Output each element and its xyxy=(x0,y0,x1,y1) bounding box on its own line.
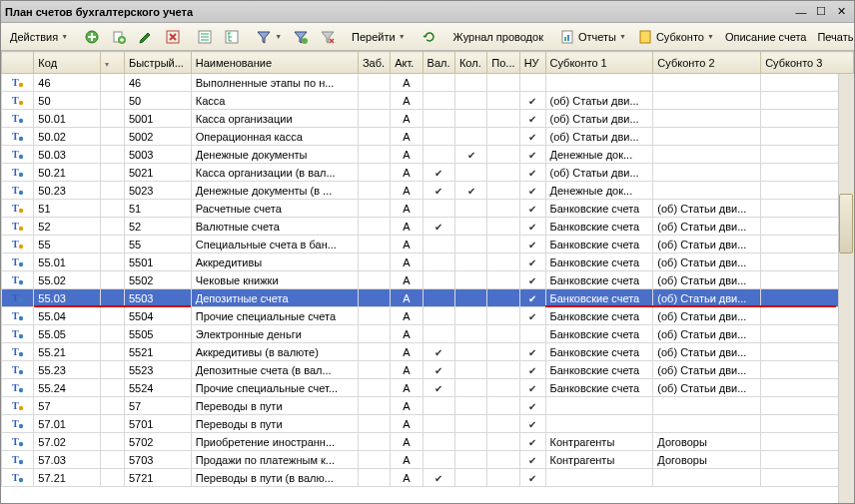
name-cell: Аккредитивы (в валюте) xyxy=(191,343,358,361)
col-code-header[interactable]: Код xyxy=(34,52,101,74)
maximize-button[interactable]: ☐ xyxy=(812,4,830,20)
table-row[interactable]: T57.215721Переводы в пути (в валю...А xyxy=(2,469,854,487)
goto-menu[interactable]: Перейти▼ xyxy=(347,26,411,48)
code-cell: 55.02 xyxy=(34,271,101,289)
edit-button[interactable] xyxy=(133,26,159,48)
filter-button[interactable]: ▼ xyxy=(251,26,287,48)
table-row[interactable]: T50.035003Денежные документыАДенежные до… xyxy=(2,146,854,164)
col-s1-header[interactable]: Субконто 1 xyxy=(545,52,653,74)
name-cell: Прочие специальные счет... xyxy=(191,379,358,397)
table-row[interactable]: T50.215021Касса организации (в вал...А(о… xyxy=(2,164,854,182)
table-row[interactable]: T57.025702Приобретение иностранн...АКонт… xyxy=(2,433,854,451)
zab-cell xyxy=(358,289,390,307)
table-row[interactable]: T55.215521Аккредитивы (в валюте)АБанковс… xyxy=(2,343,854,361)
svg-point-58 xyxy=(18,477,22,481)
table-row[interactable]: T55.045504Прочие специальные счетаАБанко… xyxy=(2,307,854,325)
svg-point-18 xyxy=(18,118,22,122)
table-row[interactable]: T55.235523Депозитные счета (в вал...АБан… xyxy=(2,361,854,379)
svg-point-20 xyxy=(18,136,22,140)
quick-cell: 5003 xyxy=(124,146,191,164)
quick-cell: 5504 xyxy=(124,307,191,325)
name-cell: Переводы в пути xyxy=(191,415,358,433)
col-kol-header[interactable]: Кол. xyxy=(454,52,486,74)
row-icon-cell: T xyxy=(2,110,34,128)
akt-cell: А xyxy=(391,200,423,218)
reports-dropdown[interactable]: Отчеты▼ xyxy=(554,26,631,48)
s2-cell: (об) Статьи дви... xyxy=(653,379,761,397)
table-row[interactable]: T55.035503Депозитные счетаАБанковские сч… xyxy=(2,289,854,307)
code-cell: 57.21 xyxy=(34,469,101,487)
nu-cell xyxy=(519,74,545,92)
list-button[interactable] xyxy=(192,26,218,48)
journal-button[interactable]: Журнал проводок xyxy=(448,26,548,48)
close-button[interactable]: ✕ xyxy=(832,4,850,20)
table-row[interactable]: T50.025002Операционная кассаА(об) Статьи… xyxy=(2,128,854,146)
kol-cell xyxy=(454,253,486,271)
table-row[interactable]: T55.015501АккредитивыАБанковские счета(о… xyxy=(2,253,854,271)
table-row[interactable]: T55.245524Прочие специальные счет...АБан… xyxy=(2,379,854,397)
tree-button[interactable] xyxy=(219,26,245,48)
zab-cell xyxy=(358,415,390,433)
table-row[interactable]: T5151Расчетные счетаАБанковские счета(об… xyxy=(2,200,854,218)
col-nu-header[interactable]: НУ xyxy=(519,52,545,74)
table-row[interactable]: T5555Специальные счета в бан...АБанковск… xyxy=(2,236,854,253)
table-row[interactable]: T50.235023Денежные документы (в ...АДене… xyxy=(2,182,854,200)
po-cell xyxy=(487,253,519,271)
filter-by-button[interactable] xyxy=(288,26,314,48)
sort-cell xyxy=(101,415,125,433)
val-cell xyxy=(423,397,454,415)
s2-cell: (об) Статьи дви... xyxy=(653,289,761,307)
actions-menu[interactable]: Действия▼ xyxy=(5,26,73,48)
filter-clear-button[interactable] xyxy=(315,26,341,48)
scrollbar-thumb[interactable] xyxy=(839,194,853,253)
col-s3-header[interactable]: Субконто 3 xyxy=(761,52,854,74)
table-row[interactable]: T5050КассаА(об) Статьи дви... xyxy=(2,92,854,110)
table-row[interactable]: T57.015701Переводы в путиА xyxy=(2,415,854,433)
print-dropdown[interactable]: Печать▼ xyxy=(812,26,855,48)
vertical-scrollbar[interactable] xyxy=(838,74,854,503)
add-button[interactable] xyxy=(79,26,105,48)
col-icon-header[interactable] xyxy=(2,52,34,74)
table-row[interactable]: T5252Валютные счетаАБанковские счета(об)… xyxy=(2,218,854,236)
po-cell xyxy=(487,164,519,182)
po-cell xyxy=(487,271,519,289)
minimize-button[interactable]: — xyxy=(792,4,810,20)
delete-button[interactable] xyxy=(160,26,186,48)
col-val-header[interactable]: Вал. xyxy=(423,52,454,74)
col-sort-header[interactable] xyxy=(101,52,125,74)
akt-cell: А xyxy=(391,253,423,271)
nu-cell xyxy=(519,200,545,218)
zab-cell xyxy=(358,146,390,164)
code-cell: 50.03 xyxy=(34,146,101,164)
code-cell: 50.01 xyxy=(34,110,101,128)
col-quick-header[interactable]: Быстрый... xyxy=(124,52,191,74)
akt-cell: А xyxy=(391,343,423,361)
table-row[interactable]: T55.055505Электронные деньгиАБанковские … xyxy=(2,325,854,343)
po-cell xyxy=(487,74,519,92)
col-name-header[interactable]: Наименование xyxy=(191,52,358,74)
table-row[interactable]: T4646Выполненные этапы по н...А xyxy=(2,74,854,92)
col-s2-header[interactable]: Субконто 2 xyxy=(653,52,761,74)
table-row[interactable]: T57.035703Продажи по платежным к...АКонт… xyxy=(2,451,854,469)
col-zab-header[interactable]: Заб. xyxy=(358,52,390,74)
s2-cell xyxy=(653,74,761,92)
svg-text:T: T xyxy=(12,95,19,106)
goto-label: Перейти xyxy=(352,31,396,43)
zab-cell xyxy=(358,128,390,146)
table-row[interactable]: T50.015001Касса организацииА(об) Статьи … xyxy=(2,110,854,128)
add-copy-button[interactable] xyxy=(106,26,132,48)
description-button[interactable]: Описание счета xyxy=(720,26,812,48)
val-cell xyxy=(423,128,454,146)
subkonto-dropdown[interactable]: Субконто▼ xyxy=(632,26,719,48)
s2-cell: (об) Статьи дви... xyxy=(653,271,761,289)
accounts-grid[interactable]: Код Быстрый... Наименование Заб. Акт. Ва… xyxy=(1,51,854,503)
po-cell xyxy=(487,325,519,343)
col-akt-header[interactable]: Акт. xyxy=(391,52,423,74)
val-cell xyxy=(423,218,454,236)
col-po-header[interactable]: По... xyxy=(487,52,519,74)
nu-cell xyxy=(519,146,545,164)
zab-cell xyxy=(358,271,390,289)
refresh-button[interactable] xyxy=(417,26,442,48)
table-row[interactable]: T55.025502Чековые книжкиАБанковские счет… xyxy=(2,271,854,289)
table-row[interactable]: T5757Переводы в путиА xyxy=(2,397,854,415)
